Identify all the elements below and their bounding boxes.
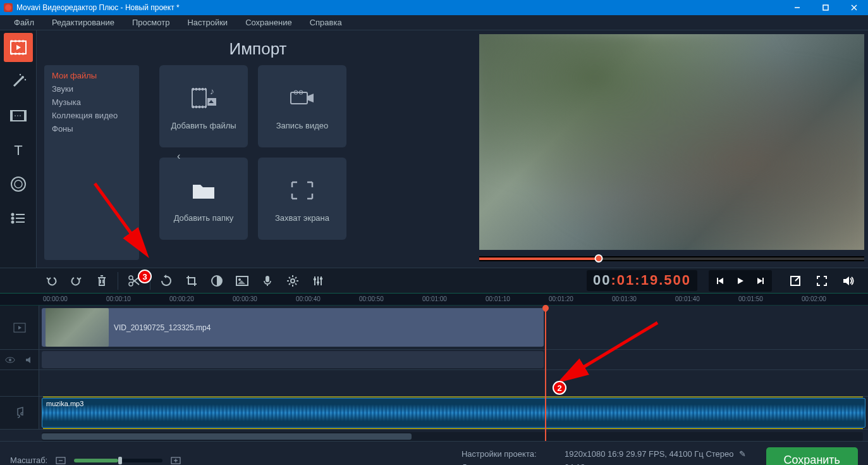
sliders-icon xyxy=(312,275,324,287)
folder-icon xyxy=(192,181,216,200)
mic-icon xyxy=(262,275,272,287)
svg-marker-62 xyxy=(738,278,743,284)
annotation-badge-2: 2 xyxy=(553,381,566,395)
magic-wand-icon xyxy=(10,73,27,90)
timeline: 00:00:00 00:00:10 00:00:20 00:00:30 00:0… xyxy=(0,293,868,441)
seek-handle[interactable] xyxy=(594,254,602,263)
audio-clip[interactable]: muzika.mp3 xyxy=(42,398,865,428)
redo-button[interactable] xyxy=(64,270,89,292)
scrollbar-thumb[interactable] xyxy=(42,433,412,440)
svg-rect-44 xyxy=(266,276,269,282)
audio-track[interactable]: muzika.mp3 xyxy=(0,397,868,430)
close-button[interactable] xyxy=(840,0,868,15)
cat-backgrounds[interactable]: Фоны xyxy=(44,122,139,135)
timeline-ruler[interactable]: 00:00:00 00:00:10 00:00:20 00:00:30 00:0… xyxy=(0,293,868,306)
undo-button[interactable] xyxy=(39,270,63,292)
sidebar-titles[interactable]: T xyxy=(4,135,33,164)
mic-button[interactable] xyxy=(255,270,279,292)
tile-add-files[interactable]: ♪ Добавить файлы xyxy=(159,65,248,147)
next-button[interactable] xyxy=(751,272,770,290)
video-clip[interactable]: VID_20190725_123325.mp4 xyxy=(42,308,544,347)
menu-file[interactable]: Файл xyxy=(5,15,43,30)
ruler-tick: 00:00:30 xyxy=(233,295,257,302)
fullscreen-icon xyxy=(816,275,828,287)
save-button[interactable]: Сохранить xyxy=(766,447,858,465)
gear-icon xyxy=(286,275,299,287)
svg-point-23 xyxy=(11,221,13,223)
menu-save[interactable]: Сохранение xyxy=(236,15,301,30)
menu-edit[interactable]: Редактирование xyxy=(43,15,123,30)
tile-add-folder[interactable]: Добавить папку xyxy=(159,158,248,240)
zoom-in-icon[interactable] xyxy=(170,456,181,465)
svg-rect-25 xyxy=(192,89,206,107)
cat-video-collection[interactable]: Коллекция видео xyxy=(44,109,139,122)
popout-button[interactable] xyxy=(783,270,807,292)
cat-sounds[interactable]: Звуки xyxy=(44,82,139,96)
speaker-icon[interactable] xyxy=(25,356,34,364)
sidebar-import[interactable] xyxy=(4,33,33,62)
timecode-display[interactable]: 00:01:19.500 xyxy=(587,270,697,291)
text-icon: T xyxy=(11,142,26,158)
zoom-handle[interactable] xyxy=(118,457,122,464)
cat-music[interactable]: Музыка xyxy=(44,96,139,109)
equalizer-button[interactable] xyxy=(306,270,330,292)
sidebar-more[interactable] xyxy=(4,204,33,233)
sticker-icon xyxy=(10,176,27,192)
tile-record-video-label: Запись видео xyxy=(276,121,328,130)
zoom-out-icon[interactable] xyxy=(55,456,66,465)
crop-button[interactable] xyxy=(180,270,204,292)
linked-audio-clip[interactable] xyxy=(42,351,544,368)
preview-seekbar[interactable] xyxy=(479,256,864,261)
volume-button[interactable] xyxy=(836,270,860,292)
fullscreen-button[interactable] xyxy=(810,270,834,292)
tile-record-video[interactable]: Запись видео xyxy=(258,65,346,147)
svg-rect-59 xyxy=(320,278,322,280)
video-track-icon xyxy=(13,322,27,333)
proj-settings-value: 1920x1080 16:9 29.97 FPS, 44100 Гц Стере… xyxy=(565,449,734,459)
sidebar-filters[interactable] xyxy=(4,67,33,96)
svg-point-17 xyxy=(11,177,25,191)
svg-point-11 xyxy=(24,79,25,80)
play-button[interactable] xyxy=(731,272,750,290)
svg-line-50 xyxy=(289,277,290,278)
window-title: Movavi Видеоредактор Плюс - Новый проект… xyxy=(16,3,180,12)
svg-rect-31 xyxy=(291,92,307,104)
color-button[interactable] xyxy=(205,270,229,292)
delete-button[interactable] xyxy=(90,270,114,292)
svg-point-19 xyxy=(11,214,13,216)
menu-settings[interactable]: Настройки xyxy=(178,15,236,30)
video-track[interactable]: VID_20190725_123325.mp4 xyxy=(0,306,868,350)
video-subtrack[interactable] xyxy=(0,350,868,370)
image-button[interactable] xyxy=(230,270,254,292)
transition-icon xyxy=(9,109,27,122)
menu-view[interactable]: Просмотр xyxy=(123,15,178,30)
svg-marker-43 xyxy=(238,280,245,284)
maximize-button[interactable] xyxy=(811,0,840,15)
video-clip-name: VID_20190725_123325.mp4 xyxy=(114,323,211,332)
eye-icon[interactable] xyxy=(5,356,15,364)
sidebar-transitions[interactable] xyxy=(4,101,33,130)
sidebar-stickers[interactable] xyxy=(4,170,33,199)
tile-screen-capture[interactable]: Захват экрана xyxy=(258,158,346,240)
next-icon xyxy=(756,276,765,285)
collapse-toggle[interactable]: ‹ xyxy=(177,151,180,162)
svg-point-45 xyxy=(291,279,295,283)
rotate-icon xyxy=(160,275,173,287)
image-icon xyxy=(235,275,249,287)
svg-line-8 xyxy=(14,77,23,86)
rotate-button[interactable] xyxy=(154,270,178,292)
tile-screen-capture-label: Захват экрана xyxy=(275,213,329,223)
prev-button[interactable] xyxy=(711,272,730,290)
svg-text:♪: ♪ xyxy=(210,86,214,96)
edit-settings-button[interactable]: ✎ xyxy=(739,449,746,459)
svg-marker-66 xyxy=(843,276,849,285)
playhead-line[interactable] xyxy=(545,306,546,441)
minimize-button[interactable] xyxy=(783,0,811,15)
timeline-scrollbar[interactable] xyxy=(42,432,863,441)
preview-panel xyxy=(479,30,868,268)
cat-my-files[interactable]: Мои файлы xyxy=(44,69,139,82)
zoom-slider[interactable] xyxy=(74,459,162,462)
gear-button[interactable] xyxy=(281,270,305,292)
menu-help[interactable]: Справка xyxy=(301,15,351,30)
preview-video[interactable] xyxy=(479,34,864,250)
